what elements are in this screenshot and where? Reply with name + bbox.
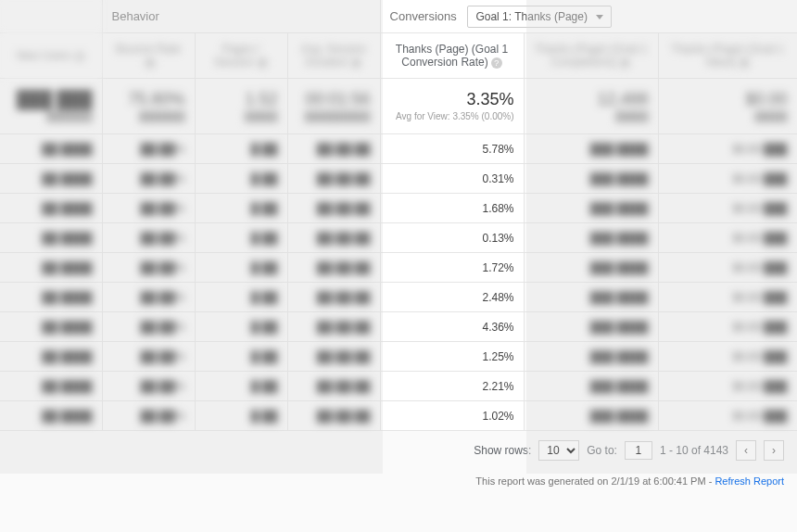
cell-bounce: ██.██% (102, 223, 195, 253)
cell-conv: 0.13% (380, 223, 524, 253)
cell-comp: ███ ████ (524, 194, 658, 223)
cell-duration: ██:██:██ (287, 401, 380, 431)
cell-conv: 1.68% (380, 194, 524, 223)
table-footer: Show rows: 10 Go to: 1 - 10 of 4143 ‹ › (0, 431, 797, 470)
summary-row: ███ ██████████ 75.80%███████ 1.52█████ 0… (0, 79, 797, 134)
cell-value: $0.00 ███ (658, 134, 797, 164)
cell-comp: ███ ████ (524, 401, 658, 431)
help-icon[interactable]: ? (257, 57, 268, 69)
cell-duration: ██:██:██ (287, 223, 380, 253)
summary-new-users: ███ ██████████ (0, 79, 102, 134)
table-row[interactable]: ██ ██████.██%█.████:██:██0.31%███ ████$0… (0, 164, 797, 194)
refresh-report-link[interactable]: Refresh Report (715, 475, 784, 487)
help-icon[interactable]: ? (491, 57, 502, 69)
goto-input[interactable] (625, 441, 652, 460)
goal-selector[interactable]: Goal 1: Thanks (Page) (467, 6, 612, 28)
cell-bounce: ██.██% (102, 312, 195, 342)
cell-pages: █.██ (195, 372, 287, 401)
cell-duration: ██:██:██ (287, 342, 380, 372)
goto-label: Go to: (587, 444, 617, 457)
cell-pages: █.██ (195, 342, 287, 372)
table-row[interactable]: ██ ██████.██%█.████:██:██2.21%███ ████$0… (0, 372, 797, 401)
col-new-users[interactable]: New Users? (0, 33, 102, 79)
cell-value: $0.00 ███ (658, 283, 797, 312)
show-rows-label: Show rows: (474, 444, 531, 457)
cell-conv: 1.72% (380, 253, 524, 283)
cell-pages: █.██ (195, 283, 287, 312)
table-row[interactable]: ██ ██████.██%█.████:██:██4.36%███ ████$0… (0, 312, 797, 342)
cell-value: $0.00 ███ (658, 253, 797, 283)
prev-page-button[interactable]: ‹ (736, 440, 756, 461)
cell-conv: 4.36% (380, 312, 524, 342)
col-pages-session[interactable]: Pages / Session? (195, 33, 287, 79)
cell-value: $0.00 ███ (658, 223, 797, 253)
cell-pages: █.██ (195, 312, 287, 342)
cell-value: $0.00 ███ (658, 194, 797, 223)
table-row[interactable]: ██ ██████.██%█.████:██:██1.72%███ ████$0… (0, 253, 797, 283)
cell-conv: 0.31% (380, 164, 524, 194)
cell-bounce: ██.██% (102, 401, 195, 431)
pagination-range: 1 - 10 of 4143 (660, 444, 728, 457)
cell-bounce: ██.██% (102, 342, 195, 372)
table-row[interactable]: ██ ██████.██%█.████:██:██2.48%███ ████$0… (0, 283, 797, 312)
cell-new-users: ██ ████ (0, 342, 102, 372)
report-generated: This report was generated on 2/1/19 at 6… (0, 470, 797, 492)
cell-value: $0.00 ███ (658, 164, 797, 194)
analytics-table: Behavior Conversions Goal 1: Thanks (Pag… (0, 0, 797, 431)
table-row[interactable]: ██ ██████.██%█.████:██:██1.68%███ ████$0… (0, 194, 797, 223)
summary-conv: 3.35%Avg for View: 3.35% (0.00%) (380, 79, 524, 134)
column-header-row: New Users? Bounce Rate? Pages / Session?… (0, 33, 797, 79)
cell-pages: █.██ (195, 223, 287, 253)
cell-new-users: ██ ████ (0, 164, 102, 194)
cell-new-users: ██ ████ (0, 372, 102, 401)
cell-duration: ██:██:██ (287, 283, 380, 312)
help-icon[interactable]: ? (74, 51, 85, 62)
cell-comp: ███ ████ (524, 164, 658, 194)
cell-bounce: ██.██% (102, 164, 195, 194)
col-bounce-rate[interactable]: Bounce Rate? (102, 33, 195, 79)
cell-new-users: ██ ████ (0, 223, 102, 253)
cell-pages: █.██ (195, 253, 287, 283)
cell-comp: ███ ████ (524, 223, 658, 253)
conversions-group: Conversions Goal 1: Thanks (Page) (380, 0, 797, 33)
show-rows-select[interactable]: 10 (538, 440, 579, 461)
col-goal-comp[interactable]: Thanks (Page) (Goal 1 Completions)? (524, 33, 658, 79)
cell-comp: ███ ████ (524, 312, 658, 342)
goal-selector-label: Goal 1: Thanks (Page) (475, 10, 588, 23)
table-row[interactable]: ██ ██████.██%█.████:██:██0.13%███ ████$0… (0, 223, 797, 253)
table-row[interactable]: ██ ██████.██%█.████:██:██1.02%███ ████$0… (0, 401, 797, 431)
cell-new-users: ██ ████ (0, 194, 102, 223)
conversions-label: Conversions (390, 9, 457, 23)
cell-bounce: ██.██% (102, 253, 195, 283)
summary-bounce: 75.80%███████ (102, 79, 195, 134)
cell-comp: ███ ████ (524, 134, 658, 164)
help-icon[interactable]: ? (619, 57, 630, 69)
table-row[interactable]: ██ ██████.██%█.████:██:██5.78%███ ████$0… (0, 134, 797, 164)
cell-value: $0.00 ███ (658, 372, 797, 401)
help-icon[interactable]: ? (739, 57, 750, 69)
cell-comp: ███ ████ (524, 342, 658, 372)
summary-value: $0.00█████ (658, 79, 797, 134)
cell-value: $0.00 ███ (658, 312, 797, 342)
cell-conv: 1.02% (380, 401, 524, 431)
cell-new-users: ██ ████ (0, 134, 102, 164)
cell-duration: ██:██:██ (287, 164, 380, 194)
cell-pages: █.██ (195, 134, 287, 164)
cell-bounce: ██.██% (102, 194, 195, 223)
summary-duration: 00:01:56██████████ (287, 79, 380, 134)
cell-duration: ██:██:██ (287, 194, 380, 223)
help-icon[interactable]: ? (145, 57, 156, 69)
cell-conv: 1.25% (380, 342, 524, 372)
cell-conv: 2.21% (380, 372, 524, 401)
col-goal-conv[interactable]: Thanks (Page) (Goal 1 Conversion Rate)? (380, 33, 524, 79)
cell-pages: █.██ (195, 401, 287, 431)
col-goal-value[interactable]: Thanks (Page) (Goal 1 Value)? (658, 33, 797, 79)
table-row[interactable]: ██ ██████.██%█.████:██:██1.25%███ ████$0… (0, 342, 797, 372)
cell-new-users: ██ ████ (0, 401, 102, 431)
cell-bounce: ██.██% (102, 283, 195, 312)
next-page-button[interactable]: › (764, 440, 784, 461)
cell-value: $0.00 ███ (658, 342, 797, 372)
col-avg-session[interactable]: Avg. Session Duration? (287, 33, 380, 79)
cell-duration: ██:██:██ (287, 312, 380, 342)
help-icon[interactable]: ? (350, 57, 361, 69)
